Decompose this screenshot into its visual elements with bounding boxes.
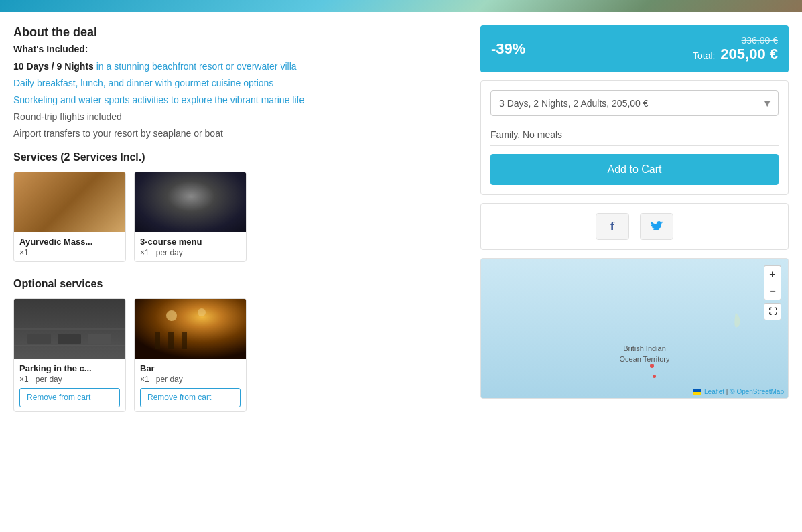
total-row: Total: 205,00 € <box>693 46 778 63</box>
svg-rect-9 <box>182 332 187 349</box>
svg-rect-8 <box>168 332 174 349</box>
svg-rect-3 <box>27 334 51 344</box>
hero-image <box>0 0 802 12</box>
dining-card-body: 3-course menu ×1 per day <box>135 232 246 261</box>
osm-link[interactable]: © OpenStreetMap <box>730 388 784 395</box>
included-item-2: Daily breakfast, lunch, and dinner with … <box>13 76 467 90</box>
optional-title: Optional services <box>13 278 467 290</box>
leaflet-link[interactable]: Leaflet <box>704 388 724 395</box>
map-zoom-out-button[interactable]: − <box>764 283 781 300</box>
optional-grid: Parking in the c... ×1 per day Remove fr… <box>13 298 467 412</box>
total-price: 205,00 € <box>720 46 778 62</box>
bar-card-name: Bar <box>140 363 241 373</box>
optional-card-parking: Parking in the c... ×1 per day Remove fr… <box>13 298 126 412</box>
map-background: British Indian Ocean Territory + − ⛶ Lea… <box>481 259 788 398</box>
booking-select-wrapper: 3 Days, 2 Nights, 2 Adults, 205,00 € ▼ <box>490 90 779 116</box>
parking-card-body: Parking in the c... ×1 per day Remove fr… <box>14 359 125 411</box>
meal-type: Family, No meals <box>490 124 779 146</box>
svg-rect-7 <box>155 332 160 349</box>
included-item-1-bold: 10 Days / 9 Nights <box>13 61 94 72</box>
svg-point-11 <box>198 308 206 316</box>
hero-placeholder <box>0 0 802 12</box>
map-label: British Indian Ocean Territory <box>620 344 670 364</box>
service-card-massage: Ayurvedic Mass... ×1 <box>13 172 126 262</box>
booking-box: 3 Days, 2 Nights, 2 Adults, 205,00 € ▼ F… <box>480 80 789 195</box>
map-controls: + − ⛶ <box>764 265 781 320</box>
twitter-icon <box>651 220 663 234</box>
included-list: 10 Days / 9 Nights in a stunning beachfr… <box>13 60 467 141</box>
dining-card-qty: ×1 per day <box>140 248 241 257</box>
included-item-4: Round-trip flights included <box>13 110 467 124</box>
total-label: Total: <box>693 50 715 61</box>
services-grid: Ayurvedic Mass... ×1 3-course menu ×1 pe… <box>13 172 467 262</box>
services-title: Services (2 Services Incl.) <box>13 151 467 163</box>
massage-image <box>14 172 126 232</box>
included-item-3: Snorkeling and water sports activities t… <box>13 93 467 107</box>
massage-card-name: Ayurvedic Mass... <box>19 237 120 247</box>
social-box: f <box>480 203 789 250</box>
included-item-5: Airport transfers to your resort by seap… <box>13 127 467 141</box>
price-box: -39% 336,00 € Total: 205,00 € <box>480 25 789 72</box>
booking-select[interactable]: 3 Days, 2 Nights, 2 Adults, 205,00 € <box>490 90 779 116</box>
leaflet-flag-icon <box>693 389 701 395</box>
facebook-share-button[interactable]: f <box>596 213 629 240</box>
remove-parking-button[interactable]: Remove from cart <box>19 388 120 407</box>
map-pin-1 <box>650 364 654 368</box>
massage-card-body: Ayurvedic Mass... ×1 <box>14 232 125 261</box>
services-section: Services (2 Services Incl.) Ayurvedic Ma… <box>13 151 467 262</box>
svg-point-10 <box>166 310 177 321</box>
included-item-1-rest: in a stunning beachfront resort or overw… <box>96 61 297 72</box>
map-footer: Leaflet | © OpenStreetMap <box>693 388 784 395</box>
svg-rect-4 <box>58 334 81 344</box>
whats-included-label: What's Included: <box>13 44 467 54</box>
optional-section: Optional services <box>13 278 467 412</box>
svg-rect-5 <box>88 334 111 344</box>
service-card-dining: 3-course menu ×1 per day <box>134 172 247 262</box>
bar-card-body: Bar ×1 per day Remove from cart <box>135 359 246 411</box>
svg-rect-12 <box>481 259 788 398</box>
map-box: British Indian Ocean Territory + − ⛶ Lea… <box>480 258 789 399</box>
dining-card-name: 3-course menu <box>140 237 241 247</box>
massage-card-qty: ×1 <box>19 248 120 257</box>
included-item-1: 10 Days / 9 Nights in a stunning beachfr… <box>13 60 467 74</box>
parking-image <box>14 299 126 359</box>
facebook-icon: f <box>610 220 614 234</box>
about-section: About the deal What's Included: 10 Days … <box>13 25 467 141</box>
svg-rect-6 <box>135 299 247 359</box>
map-fullscreen-button[interactable]: ⛶ <box>764 303 781 320</box>
original-price: 336,00 € <box>693 35 778 46</box>
optional-card-bar: Bar ×1 per day Remove from cart <box>134 298 247 412</box>
dining-image <box>135 172 247 232</box>
price-right: 336,00 € Total: 205,00 € <box>693 35 778 63</box>
add-to-cart-button[interactable]: Add to Cart <box>490 154 779 185</box>
parking-card-name: Parking in the c... <box>19 363 120 373</box>
twitter-share-button[interactable] <box>640 213 673 240</box>
remove-bar-button[interactable]: Remove from cart <box>140 388 241 407</box>
parking-card-qty: ×1 per day <box>19 375 120 384</box>
left-panel: About the deal What's Included: 10 Days … <box>13 25 467 412</box>
bar-image <box>135 299 247 359</box>
discount-badge: -39% <box>491 40 525 58</box>
bar-card-qty: ×1 per day <box>140 375 241 384</box>
about-title: About the deal <box>13 25 467 40</box>
right-panel: -39% 336,00 € Total: 205,00 € 3 Days, 2 … <box>480 25 789 399</box>
map-zoom-in-button[interactable]: + <box>764 265 781 283</box>
